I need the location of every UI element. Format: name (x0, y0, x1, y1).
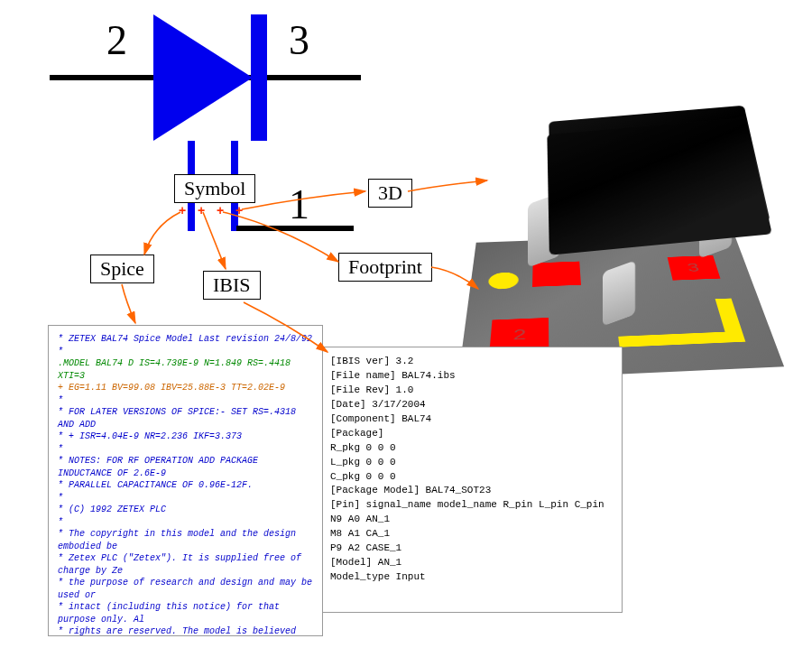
spice-line: * + ISR=4.04E-9 NR=2.236 IKF=3.373 (58, 430, 313, 443)
ibis-doc-panel: [IBIS ver] 3.2 [File name] BAL74.ibs [Fi… (320, 347, 623, 613)
spice-line: * ZETEX BAL74 Spice Model Last revision … (58, 333, 313, 346)
pad-2-text: 2 (513, 327, 527, 343)
ibis-line: L_pkg 0 0 0 (330, 456, 613, 470)
ibis-line: [Component] BAL74 (330, 412, 613, 427)
spice-line: * (C) 1992 ZETEX PLC (58, 504, 313, 516)
pin-2-label: 2 (106, 16, 127, 64)
plus-2: + (198, 203, 205, 218)
ibis-line: [Package] (330, 427, 613, 441)
spice-line: * the purpose of research and design and… (58, 577, 313, 601)
ibis-line: [Package Model] BAL74_SOT23 (330, 484, 613, 498)
diode-triangle (153, 14, 253, 141)
pad-3: 3 (668, 255, 721, 281)
symbol-label-text: Symbol (184, 177, 245, 199)
ibis-line: P9 A2 CASE_1 (330, 542, 613, 556)
ibis-line: N9 A0 AN_1 (330, 513, 613, 527)
ibis-line: R_pkg 0 0 0 (330, 441, 613, 456)
spice-line: * FOR LATER VERSIONS OF SPICE:- SET RS=.… (58, 406, 313, 430)
ibis-line: [IBIS ver] 3.2 (330, 355, 613, 369)
ibis-label-text: IBIS (213, 273, 251, 296)
spice-line: * intact (including this notice) for tha… (58, 601, 313, 625)
footprint-label-text: Footprint (348, 255, 422, 278)
spice-line: * The copyright in this model and the de… (58, 528, 313, 552)
footprint-label-box: Footprint (338, 253, 432, 282)
spice-line: * NOTES: FOR RF OPERATION ADD PACKAGE IN… (58, 455, 313, 479)
ibis-line: C_pkg 0 0 0 (330, 470, 613, 485)
plus-4: + (235, 203, 243, 218)
spice-line: * (58, 443, 313, 456)
spice-line: * (58, 394, 313, 407)
plus-3: + (217, 203, 224, 218)
spice-line: * (58, 516, 313, 529)
spice-label-text: Spice (100, 257, 144, 280)
spice-line: * PARALLEL CAPACITANCE OF 0.96E-12F. (58, 479, 313, 492)
ibis-line: [Model] AN_1 (330, 556, 613, 570)
spice-line: * Zetex PLC ("Zetex"). It is supplied fr… (58, 552, 313, 577)
ibis-label-box: IBIS (203, 271, 261, 300)
ibis-line: [Pin] signal_name model_name R_pin L_pin… (330, 498, 613, 513)
pad-3-text: 3 (686, 261, 700, 273)
ibis-line: [File Rev] 1.0 (330, 384, 613, 398)
ibis-line: Model_type Input (330, 570, 613, 585)
3d-label-box: 3D (368, 179, 412, 208)
silkscreen-dot (488, 272, 520, 290)
chip-body-side (547, 118, 772, 255)
ibis-line: [File name] BAL74.ibs (330, 369, 613, 384)
pin-1-label: 1 (289, 181, 309, 228)
ibis-line: M8 A1 CA_1 (330, 527, 613, 542)
ibis-line: [Date] 3/17/2004 (330, 398, 613, 412)
spice-label-box: Spice (90, 255, 154, 283)
spice-line: * (58, 346, 313, 358)
spice-line: .MODEL BAL74 D IS=4.739E-9 N=1.849 RS=.4… (58, 357, 313, 382)
pin-3-label: 3 (289, 16, 309, 64)
symbol-label-box: Symbol (174, 174, 255, 203)
spice-doc-panel: * ZETEX BAL74 Spice Model Last revision … (48, 325, 323, 636)
spice-line: * (58, 492, 313, 505)
3d-label-text: 3D (378, 181, 402, 204)
diode-cathode-bar (251, 14, 267, 141)
plus-1: + (179, 203, 186, 218)
spice-line: * rights are reserved. The model is beli… (58, 625, 313, 636)
spice-line: + EG=1.11 BV=99.08 IBV=25.88E-3 TT=2.02E… (58, 382, 313, 394)
pad-1 (532, 262, 581, 287)
